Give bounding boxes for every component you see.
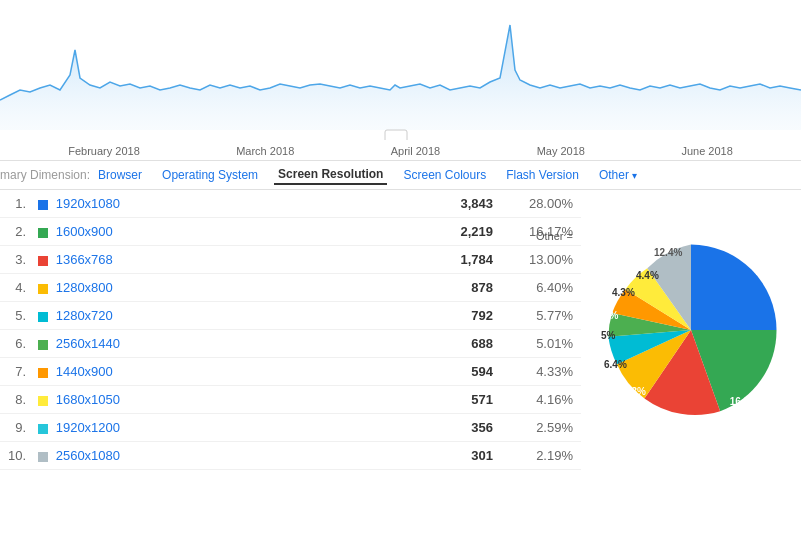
color-indicator: [38, 340, 48, 350]
resolution-cell[interactable]: 1920x1080: [30, 190, 421, 218]
percent-cell: 4.16%: [501, 386, 581, 414]
table-row: 5. 1280x720 792 5.77%: [0, 302, 581, 330]
rank-cell: 4.: [0, 274, 30, 302]
color-indicator: [38, 284, 48, 294]
resolution-label[interactable]: 1680x1050: [56, 392, 120, 407]
resolution-label[interactable]: 1280x800: [56, 280, 113, 295]
count-cell: 878: [421, 274, 501, 302]
count-cell: 3,843: [421, 190, 501, 218]
pie-chart-section: 28% 16.2% 13% 6.4% 5% 5% 4.3% 4.4% 12.4%…: [581, 190, 801, 470]
chart-label-apr: April 2018: [391, 145, 441, 157]
rank-cell: 5.: [0, 302, 30, 330]
percent-cell: 13.00%: [501, 246, 581, 274]
resolution-label[interactable]: 1280x720: [56, 308, 113, 323]
rank-cell: 6.: [0, 330, 30, 358]
pie-label-5: 5%: [601, 330, 615, 341]
time-series-chart: February 2018 March 2018 April 2018 May …: [0, 0, 801, 160]
nav-prefix-label: mary Dimension:: [0, 168, 90, 182]
percent-cell: 2.59%: [501, 414, 581, 442]
color-indicator: [38, 200, 48, 210]
chart-label-may: May 2018: [537, 145, 585, 157]
chart-label-feb: February 2018: [68, 145, 140, 157]
pie-label-64: 6.4%: [604, 359, 627, 370]
nav-os[interactable]: Operating System: [158, 166, 262, 184]
resolution-label[interactable]: 1440x900: [56, 364, 113, 379]
resolution-cell[interactable]: 1600x900: [30, 218, 421, 246]
data-table-section: 1. 1920x1080 3,843 28.00% 2. 1600x900 2,…: [0, 190, 581, 470]
main-content: 1. 1920x1080 3,843 28.00% 2. 1600x900 2,…: [0, 190, 801, 470]
pie-label-5b: 5%: [604, 310, 618, 321]
count-cell: 356: [421, 414, 501, 442]
chart-x-labels: February 2018 March 2018 April 2018 May …: [0, 143, 801, 159]
rank-cell: 3.: [0, 246, 30, 274]
resolution-label[interactable]: 1920x1080: [56, 196, 120, 211]
count-cell: 792: [421, 302, 501, 330]
count-cell: 2,219: [421, 218, 501, 246]
pie-label-162: 16.2%: [730, 396, 758, 407]
rank-cell: 10.: [0, 442, 30, 470]
resolution-cell[interactable]: 1440x900: [30, 358, 421, 386]
percent-cell: 2.19%: [501, 442, 581, 470]
rank-cell: 7.: [0, 358, 30, 386]
table-row: 3. 1366x768 1,784 13.00%: [0, 246, 581, 274]
rank-cell: 1.: [0, 190, 30, 218]
percent-cell: 4.33%: [501, 358, 581, 386]
chart-label-mar: March 2018: [236, 145, 294, 157]
table-row: 6. 2560x1440 688 5.01%: [0, 330, 581, 358]
resolution-cell[interactable]: 2560x1440: [30, 330, 421, 358]
rank-cell: 2.: [0, 218, 30, 246]
percent-cell: 6.40%: [501, 274, 581, 302]
rank-cell: 9.: [0, 414, 30, 442]
resolution-label[interactable]: 1366x768: [56, 252, 113, 267]
table-row: 4. 1280x800 878 6.40%: [0, 274, 581, 302]
pie-label-28: 28%: [756, 265, 778, 277]
nav-flash-version[interactable]: Flash Version: [502, 166, 583, 184]
nav-browser[interactable]: Browser: [94, 166, 146, 184]
resolution-label[interactable]: 2560x1440: [56, 336, 120, 351]
pie-label-124: 12.4%: [654, 247, 682, 258]
nav-screen-resolution[interactable]: Screen Resolution: [274, 165, 387, 185]
resolution-label[interactable]: 1920x1200: [56, 420, 120, 435]
resolution-cell[interactable]: 1680x1050: [30, 386, 421, 414]
table-row: 7. 1440x900 594 4.33%: [0, 358, 581, 386]
pie-label-44: 4.4%: [636, 270, 659, 281]
table-row: 2. 1600x900 2,219 16.17%: [0, 218, 581, 246]
color-indicator: [38, 228, 48, 238]
svg-rect-0: [385, 130, 407, 140]
count-cell: 301: [421, 442, 501, 470]
table-row: 1. 1920x1080 3,843 28.00%: [0, 190, 581, 218]
pie-label-13: 13%: [626, 386, 646, 397]
percent-cell: 28.00%: [501, 190, 581, 218]
nav-screen-colours[interactable]: Screen Colours: [399, 166, 490, 184]
pie-label-43: 4.3%: [612, 287, 635, 298]
table-row: 10. 2560x1080 301 2.19%: [0, 442, 581, 470]
resolution-cell[interactable]: 1366x768: [30, 246, 421, 274]
nav-other[interactable]: Other: [595, 166, 641, 184]
color-indicator: [38, 256, 48, 266]
resolution-label[interactable]: 1600x900: [56, 224, 113, 239]
chart-label-jun: June 2018: [681, 145, 732, 157]
percent-cell: 5.77%: [501, 302, 581, 330]
dimension-nav: mary Dimension: Browser Operating System…: [0, 160, 801, 190]
count-cell: 1,784: [421, 246, 501, 274]
resolution-cell[interactable]: 2560x1080: [30, 442, 421, 470]
color-indicator: [38, 312, 48, 322]
resolution-cell[interactable]: 1280x800: [30, 274, 421, 302]
table-row: 9. 1920x1200 356 2.59%: [0, 414, 581, 442]
color-indicator: [38, 368, 48, 378]
resolution-cell[interactable]: 1920x1200: [30, 414, 421, 442]
rank-cell: 8.: [0, 386, 30, 414]
color-indicator: [38, 396, 48, 406]
count-cell: 594: [421, 358, 501, 386]
count-cell: 688: [421, 330, 501, 358]
color-indicator: [38, 424, 48, 434]
resolution-table: 1. 1920x1080 3,843 28.00% 2. 1600x900 2,…: [0, 190, 581, 470]
color-indicator: [38, 452, 48, 462]
other-label: Other =: [536, 230, 573, 242]
resolution-label[interactable]: 2560x1080: [56, 448, 120, 463]
table-row: 8. 1680x1050 571 4.16%: [0, 386, 581, 414]
percent-cell: 5.01%: [501, 330, 581, 358]
count-cell: 571: [421, 386, 501, 414]
resolution-cell[interactable]: 1280x720: [30, 302, 421, 330]
